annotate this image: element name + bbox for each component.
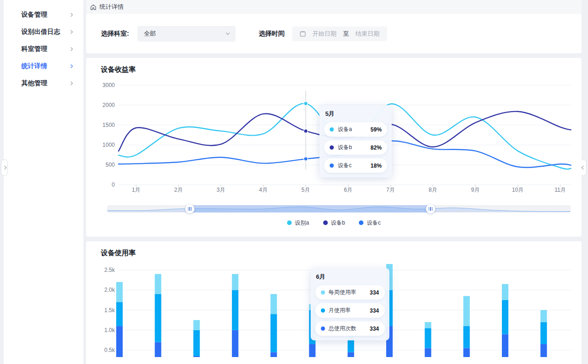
chevron-down-icon [225,31,229,35]
bar-segment-总使用次数[interactable] [425,348,431,357]
date-separator: 至 [343,30,349,38]
y-axis-label: 0 [112,182,115,188]
bar-segment-每周使用率[interactable] [270,294,277,314]
sidebar-item-2[interactable]: 科室管理 [4,40,83,57]
legend-dot-icon [323,220,328,225]
revenue-chart-legend: 设别a设备b设备c [101,218,567,227]
bar-segment-总使用次数[interactable] [309,344,316,357]
bar-segment-每周使用率[interactable] [309,304,316,310]
legend-item-设备b[interactable]: 设备b [323,219,345,227]
sidebar-item-label: 设别出借日志 [21,28,69,36]
usage-chart[interactable]: 2.5k2.0k1.5k1.0k0.5k6月每周使用率334月使用率334总使用… [101,264,567,359]
bar-segment-总使用次数[interactable] [232,330,238,357]
data-zoom-track[interactable] [107,204,570,214]
sidebar-item-0[interactable]: 设备管理 [4,6,83,23]
brush-handle-right[interactable] [426,204,435,213]
bar-segment-月使用率[interactable] [502,300,508,334]
revenue-chart-title: 设备收益率 [101,65,567,74]
sidebar-item-4[interactable]: 其他管理 [4,75,83,92]
hover-dot [304,129,307,133]
bar-segment-月使用率[interactable] [194,330,200,356]
sidebar-expand-button[interactable] [1,159,8,176]
x-axis-label: 6月 [344,187,353,193]
bar-segment-月使用率[interactable] [309,310,316,345]
revenue-chart[interactable]: 300020001500100050001月2月3月4月5月6月7月8月9月10… [101,81,567,197]
legend-item-设别a[interactable]: 设别a [287,219,309,227]
hover-dot [304,101,307,105]
bar-segment-总使用次数[interactable] [463,348,470,357]
chevron-right-icon [69,47,73,50]
calendar-icon [300,31,306,37]
line-chart-svg: 300020001500100050001月2月3月4月5月6月7月8月9月10… [101,81,573,195]
x-axis-label: 8月 [429,187,438,193]
sidebar-item-1[interactable]: 设别出借日志 [4,23,83,40]
bar-segment-每周使用率[interactable] [232,274,238,290]
y-axis-label: 2.0k [104,287,115,293]
start-date-placeholder: 开始日期 [313,30,337,38]
bar-segment-月使用率[interactable] [232,290,238,330]
bar-segment-月使用率[interactable] [348,328,354,352]
bar-segment-总使用次数[interactable] [540,344,547,357]
date-range-picker[interactable]: 开始日期 至 结束日期 [292,26,387,41]
y-axis-label: 0.5k [104,347,115,353]
bar-segment-总使用次数[interactable] [386,326,393,357]
bar-segment-总使用次数[interactable] [270,352,277,357]
y-axis-label: 2.5k [104,267,115,273]
legend-item-设备c[interactable]: 设备c [359,219,381,227]
sidebar-item-label: 设备管理 [21,11,69,19]
bar-segment-总使用次数[interactable] [116,326,123,357]
y-axis-label: 500 [106,162,115,168]
revenue-chart-card: 设备收益率 300020001500100050001月2月3月4月5月6月7月… [86,58,582,237]
chevron-right-icon [69,30,73,33]
bar-segment-月使用率[interactable] [540,322,547,344]
bar-segment-总使用次数[interactable] [194,356,200,357]
bar-segment-每周使用率[interactable] [540,310,547,322]
x-axis-label: 7月 [386,187,395,193]
sidebar: 设备管理设别出借日志科室管理统计详情其他管理 [4,0,83,364]
bar-segment-月使用率[interactable] [116,302,123,326]
legend-label: 设备b [331,219,345,227]
chevron-right-icon [2,166,6,169]
department-select-value: 全部 [144,30,226,38]
app: 设备管理设别出借日志科室管理统计详情其他管理 统计详情 选择科室: 全部 选择时… [0,0,588,364]
y-axis-label: 2000 [102,102,115,108]
brush-selected-range[interactable] [190,205,431,213]
bar-segment-每周使用率[interactable] [386,264,393,290]
chevron-right-icon [69,13,73,16]
breadcrumb: 统计详情 [86,0,582,14]
bar-segment-月使用率[interactable] [270,314,277,352]
bar-segment-月使用率[interactable] [463,326,470,348]
x-axis-label: 5月 [301,187,310,193]
breadcrumb-label: 统计详情 [100,3,124,11]
bar-segment-每周使用率[interactable] [116,282,123,302]
brush-handle-left[interactable] [185,204,194,213]
y-axis-label: 1.5k [104,307,115,314]
y-axis-label: 1500 [102,122,115,128]
sidebar-item-3[interactable]: 统计详情 [4,57,83,75]
time-filter-label: 选择时间 [259,30,285,38]
y-axis-label: 1.0k [104,327,115,333]
bar-segment-月使用率[interactable] [425,328,431,348]
bar-segment-总使用次数[interactable] [502,334,508,357]
bar-segment-总使用次数[interactable] [155,342,161,357]
legend-dot-icon [359,220,363,225]
bar-segment-月使用率[interactable] [155,294,161,342]
bar-segment-月使用率[interactable] [386,290,393,326]
x-axis-label: 9月 [471,187,480,193]
chevron-left-icon [581,166,585,169]
bar-segment-每周使用率[interactable] [502,284,508,300]
bar-segment-总使用次数[interactable] [348,352,354,357]
end-date-placeholder: 结束日期 [356,30,380,38]
bar-segment-每周使用率[interactable] [348,324,354,328]
bar-segment-每周使用率[interactable] [463,296,470,326]
bar-chart-svg: 2.5k2.0k1.5k1.0k0.5k [101,264,573,357]
department-filter-label: 选择科室: [101,30,129,38]
data-zoom-slider[interactable] [107,204,560,214]
usage-chart-card: 设备使用率 2.5k2.0k1.5k1.0k0.5k6月每周使用率334月使用率… [86,241,582,364]
bar-segment-每周使用率[interactable] [194,320,200,330]
department-select[interactable]: 全部 [138,26,236,42]
legend-label: 设别a [295,219,309,227]
bar-segment-每周使用率[interactable] [155,274,161,294]
bar-segment-每周使用率[interactable] [425,322,431,328]
filter-card: 选择科室: 全部 选择时间 开始日期 至 结束日期 [86,14,582,53]
